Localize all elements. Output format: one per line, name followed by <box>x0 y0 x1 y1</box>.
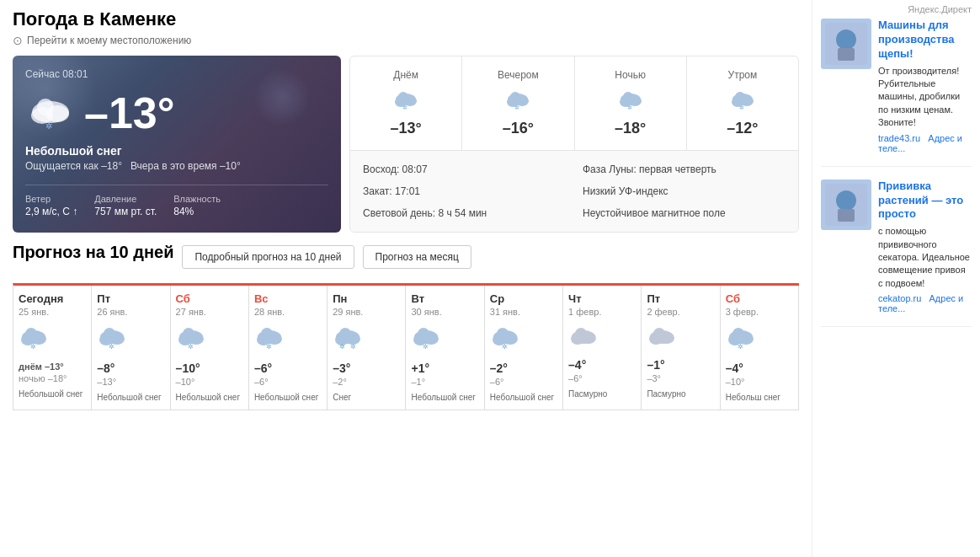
forecast-section-title: Прогноз на 10 дней <box>13 243 173 262</box>
svg-rect-79 <box>838 209 855 222</box>
location-link-text: Перейти к моему местоположению <box>27 35 191 46</box>
day-icon <box>568 324 636 353</box>
forecast-period: Днём ✲ –13° <box>350 56 462 150</box>
day-icon: ✲ <box>19 324 86 356</box>
svg-text:✲: ✲ <box>501 343 507 351</box>
forecast-day: Пт 26 янв. ✲ –8° –13° Небольшой снег <box>92 286 170 410</box>
day-icon: ✲ <box>411 324 478 356</box>
ad-desc: с помощью прививочного секатора. Идеальн… <box>878 225 972 290</box>
svg-point-64 <box>575 328 587 340</box>
forecast-day: Пн 29 янв. ✲ ✲ –3° –2° Снег <box>328 286 406 410</box>
forecast-period: Ночью ✲ –18° <box>575 56 687 150</box>
svg-text:✲: ✲ <box>737 343 743 351</box>
svg-point-33 <box>104 328 115 340</box>
current-main: ✲ –13° <box>25 88 328 137</box>
day-icon: ✲ <box>254 324 322 356</box>
current-weather-icon: ✲ <box>25 88 76 137</box>
svg-point-28 <box>25 328 37 340</box>
forecast-day: Сегодня 25 янв. ✲ днём –13° ночью –18° Н… <box>13 286 92 410</box>
svg-point-68 <box>653 328 665 340</box>
svg-point-8 <box>398 92 408 102</box>
day-icon: ✲ <box>176 324 243 356</box>
ad-image <box>821 179 871 230</box>
forecast-day: Пт 2 февр. –1° –3° Пасмурно <box>642 286 720 410</box>
page-title: Погода в Каменке <box>13 8 799 30</box>
current-temp: –13° <box>84 91 175 135</box>
current-desc: Небольшой снег <box>25 144 328 158</box>
current-details: Ветер 2,9 м/с, С ↑ Давление 757 мм рт. с… <box>25 185 328 217</box>
forecast-day: Сб 3 февр. ✲ –4° –10° Небольш снег <box>721 286 799 410</box>
svg-point-1 <box>31 107 53 124</box>
svg-text:✲: ✲ <box>402 104 407 110</box>
wind-detail: Ветер 2,9 м/с, С ↑ <box>25 194 77 217</box>
forecast-periods: Днём ✲ –13° Вечером ✲ –16° Ночью <box>350 56 798 151</box>
location-icon: ⊙ <box>13 34 23 47</box>
svg-rect-76 <box>838 48 855 61</box>
ad-desc: От производителя! Рубительные машины, др… <box>878 65 972 130</box>
svg-text:✲: ✲ <box>423 343 429 351</box>
ad-source[interactable]: cekatop.ru Адрес и теле... <box>878 293 972 313</box>
sun-info-right: Фаза Луны: первая четверть <box>583 161 786 178</box>
sun-info-left: Восход: 08:07 <box>363 161 566 178</box>
svg-point-59 <box>497 328 509 340</box>
svg-point-48 <box>339 328 351 340</box>
period-icon: ✲ <box>695 88 790 115</box>
svg-text:✲: ✲ <box>739 104 744 110</box>
sun-moon-info: Восход: 08:07Фаза Луны: первая четвертьЗ… <box>350 151 798 232</box>
weather-card: Сейчас 08:01 ✲ –13° <box>13 56 799 233</box>
current-time: Сейчас 08:01 <box>25 68 328 80</box>
svg-text:✲: ✲ <box>627 104 632 110</box>
day-icon: ✲ <box>726 324 793 356</box>
period-icon: ✲ <box>471 88 565 115</box>
forecast-day: Вт 30 янв. ✲ +1° –1° Небольшой снег <box>406 286 484 410</box>
day-icon <box>647 324 714 353</box>
sun-info-left: Световой день: 8 ч 54 мин <box>363 205 566 222</box>
svg-point-23 <box>735 92 745 102</box>
humidity-detail: Влажность 84% <box>173 194 221 217</box>
svg-point-13 <box>510 92 520 102</box>
svg-point-0 <box>32 101 69 123</box>
location-link[interactable]: ⊙ Перейти к моему местоположению <box>13 34 799 47</box>
ad-source[interactable]: trade43.ru Адрес и теле... <box>878 133 972 153</box>
period-icon: ✲ <box>583 88 678 115</box>
period-icon: ✲ <box>359 88 453 115</box>
detailed-forecast-button[interactable]: Подробный прогноз на 10 дней <box>182 245 354 269</box>
svg-text:✲: ✲ <box>339 343 345 351</box>
svg-point-78 <box>836 190 856 211</box>
svg-point-2 <box>45 105 69 122</box>
forecast-period: Утром ✲ –12° <box>687 56 798 150</box>
forecast-day: Вс 28 янв. ✲ –6° –6° Небольшой снег <box>249 286 328 410</box>
ad-title[interactable]: Машины для производства щепы! <box>878 19 972 62</box>
current-weather-panel: Сейчас 08:01 ✲ –13° <box>13 56 341 233</box>
ad-image <box>821 19 871 69</box>
day-icon: ✲ <box>97 324 164 356</box>
svg-text:✲: ✲ <box>514 104 519 110</box>
forecast-day: Чт 1 февр. –4° –6° Пасмурно <box>563 286 642 410</box>
current-feels: Ощущается как –18° Вчера в это время –10… <box>25 160 328 172</box>
svg-point-72 <box>732 328 744 340</box>
ad-block: Машины для производства щепы! От произво… <box>821 19 972 167</box>
ad-label: Яндекс.Директ <box>821 4 972 14</box>
forecast-header: Прогноз на 10 дней Подробный прогноз на … <box>13 243 799 270</box>
svg-text:✲: ✲ <box>265 343 271 351</box>
forecast-strip: Днём ✲ –13° Вечером ✲ –16° Ночью <box>349 56 799 233</box>
svg-text:✲: ✲ <box>350 343 356 351</box>
sun-info-right: Неустойчивое магнитное поле <box>583 205 786 222</box>
pressure-detail: Давление 757 мм рт. ст. <box>94 194 157 217</box>
svg-point-54 <box>418 328 429 340</box>
svg-text:✲: ✲ <box>45 121 52 131</box>
svg-text:✲: ✲ <box>109 343 115 351</box>
ad-block: Прививка растений — это просто с помощью… <box>821 179 972 328</box>
forecast-10-grid: Сегодня 25 янв. ✲ днём –13° ночью –18° Н… <box>13 283 799 410</box>
monthly-forecast-button[interactable]: Прогноз на месяц <box>363 245 471 269</box>
svg-point-3 <box>37 99 54 115</box>
day-icon: ✲ <box>490 324 557 356</box>
svg-point-75 <box>836 29 856 50</box>
svg-text:✲: ✲ <box>187 343 193 351</box>
svg-point-43 <box>261 328 273 340</box>
sidebar: Яндекс.Директ Машины для производства ще… <box>812 0 980 557</box>
ad-title[interactable]: Прививка растений — это просто <box>878 179 972 222</box>
svg-point-18 <box>623 92 633 102</box>
svg-text:✲: ✲ <box>30 343 36 351</box>
day-icon: ✲ ✲ <box>333 324 400 356</box>
